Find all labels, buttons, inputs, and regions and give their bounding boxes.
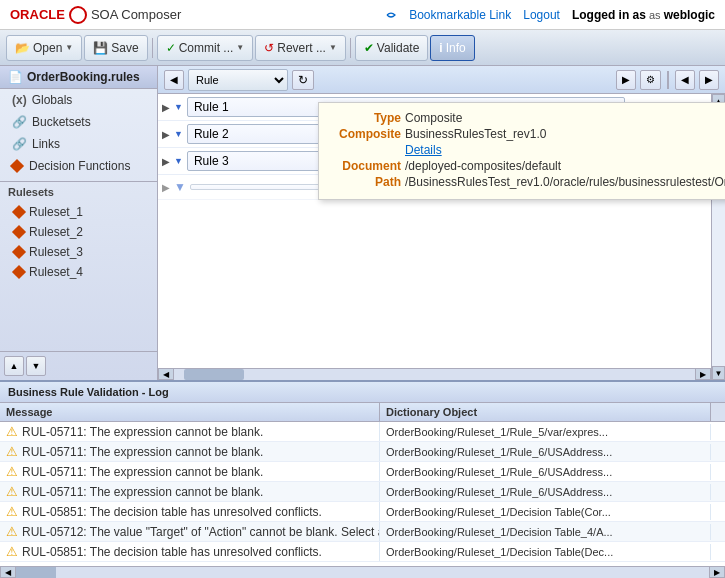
info-type-value: Composite bbox=[405, 111, 462, 125]
rules-nav-left[interactable]: ◀ bbox=[164, 70, 184, 90]
table-cell-message: ⚠ RUL-05712: The value "Target" of "Acti… bbox=[0, 522, 380, 541]
sidebar-ruleset-2[interactable]: Ruleset_2 bbox=[0, 222, 157, 242]
sidebar-filename: OrderBooking.rules bbox=[27, 70, 140, 84]
table-row: ⚠ RUL-05851: The decision table has unre… bbox=[0, 502, 725, 522]
main-outer: 📄 OrderBooking.rules (x) Globals 🔗 Bucke… bbox=[0, 66, 725, 578]
info-document-label: Document bbox=[331, 159, 401, 173]
rule-2-active-icon: ▼ bbox=[174, 129, 183, 139]
oracle-logo: ORACLE bbox=[10, 7, 65, 22]
ruleset-2-icon bbox=[12, 225, 26, 239]
content-area: Type Composite Composite BusinessRulesTe… bbox=[158, 66, 725, 380]
login-status: Logged in as as weblogic bbox=[572, 8, 715, 22]
top-section: 📄 OrderBooking.rules (x) Globals 🔗 Bucke… bbox=[0, 66, 725, 380]
rule-1-expand[interactable]: ▶ bbox=[162, 102, 170, 113]
table-cell-message: ⚠ RUL-05851: The decision table has unre… bbox=[0, 542, 380, 561]
open-label: Open bbox=[33, 41, 62, 55]
rules-nav-right[interactable]: ▶ bbox=[616, 70, 636, 90]
sidebar-nav-down[interactable]: ▼ bbox=[26, 356, 46, 376]
rule-3-expand[interactable]: ▶ bbox=[162, 156, 170, 167]
rule-3-active-icon: ▼ bbox=[174, 156, 183, 166]
table-row: ⚠ RUL-05711: The expression cannot be bl… bbox=[0, 442, 725, 462]
save-label: Save bbox=[111, 41, 138, 55]
warning-icon: ⚠ bbox=[6, 504, 18, 519]
info-document-row: Document /deployed-composites/default bbox=[331, 159, 725, 173]
sidebar-item-decision-functions[interactable]: Decision Functions bbox=[0, 155, 157, 177]
header-right: Bookmarkable Link Logout Logged in as as… bbox=[385, 8, 715, 22]
info-details-link[interactable]: Details bbox=[405, 143, 442, 157]
info-path-value: /BusinessRulesTest_rev1.0/oracle/rules/b… bbox=[405, 175, 725, 189]
warning-icon: ⚠ bbox=[6, 424, 18, 439]
revert-button[interactable]: ↺ Revert ... ▼ bbox=[255, 35, 346, 61]
table-h-scroll-right[interactable]: ▶ bbox=[709, 566, 725, 578]
h-scroll-track[interactable] bbox=[174, 368, 695, 380]
bucketsets-icon: 🔗 bbox=[12, 115, 27, 129]
links-icon: 🔗 bbox=[12, 137, 27, 151]
message-text: RUL-05711: The expression cannot be blan… bbox=[22, 485, 263, 499]
warning-icon: ⚠ bbox=[6, 524, 18, 539]
rule-2-expand[interactable]: ▶ bbox=[162, 129, 170, 140]
bucketsets-label: Bucketsets bbox=[32, 115, 91, 129]
table-h-scroll-left[interactable]: ◀ bbox=[0, 566, 16, 578]
toolbar: 📂 Open ▼ 💾 Save ✓ Commit ... ▼ ↺ Revert … bbox=[0, 30, 725, 66]
info-path-row: Path /BusinessRulesTest_rev1.0/oracle/ru… bbox=[331, 175, 725, 189]
rules-refresh[interactable]: ↻ bbox=[292, 70, 314, 90]
validation-table: Message Dictionary Object ⚠ RUL-05711: T… bbox=[0, 403, 725, 566]
file-icon: 📄 bbox=[8, 70, 23, 84]
table-h-scroll-track[interactable] bbox=[16, 566, 709, 578]
h-scroll-right[interactable]: ▶ bbox=[695, 368, 711, 380]
v-scroll-down[interactable]: ▼ bbox=[712, 366, 725, 380]
message-text: RUL-05711: The expression cannot be blan… bbox=[22, 465, 263, 479]
h-scroll-thumb bbox=[184, 369, 244, 380]
commit-button[interactable]: ✓ Commit ... ▼ bbox=[157, 35, 254, 61]
sidebar-item-links[interactable]: 🔗 Links bbox=[0, 133, 157, 155]
table-row: ⚠ RUL-05712: The value "Target" of "Acti… bbox=[0, 522, 725, 542]
validate-icon: ✔ bbox=[364, 41, 374, 55]
save-button[interactable]: 💾 Save bbox=[84, 35, 147, 61]
message-text: RUL-05712: The value "Target" of "Action… bbox=[22, 525, 380, 539]
sidebar-ruleset-3[interactable]: Ruleset_3 bbox=[0, 242, 157, 262]
validate-button[interactable]: ✔ Validate bbox=[355, 35, 428, 61]
table-cell-message: ⚠ RUL-05711: The expression cannot be bl… bbox=[0, 442, 380, 461]
table-cell-object: OrderBooking/Ruleset_1/Decision Table(De… bbox=[380, 544, 711, 560]
revert-label: Revert ... bbox=[277, 41, 326, 55]
table-cell-object: OrderBooking/Ruleset_1/Decision Table(Co… bbox=[380, 504, 711, 520]
h-scroll-left[interactable]: ◀ bbox=[158, 368, 174, 380]
rule-1-active-icon: ▼ bbox=[174, 102, 183, 112]
open-button[interactable]: 📂 Open ▼ bbox=[6, 35, 82, 61]
table-body: ⚠ RUL-05711: The expression cannot be bl… bbox=[0, 422, 725, 562]
save-icon: 💾 bbox=[93, 41, 108, 55]
ruleset-3-icon bbox=[12, 245, 26, 259]
info-button[interactable]: i Info bbox=[430, 35, 474, 61]
col-message: Message bbox=[0, 403, 380, 421]
rule-partial-expand[interactable]: ▶ bbox=[162, 182, 170, 193]
ruleset-4-label: Ruleset_4 bbox=[29, 265, 83, 279]
table-row: ⚠ RUL-05851: The decision table has unre… bbox=[0, 542, 725, 562]
sidebar-item-globals[interactable]: (x) Globals bbox=[0, 89, 157, 111]
rules-prev-page[interactable]: ◀ bbox=[675, 70, 695, 90]
sidebar-ruleset-4[interactable]: Ruleset_4 bbox=[0, 262, 157, 282]
info-details-label bbox=[331, 143, 401, 157]
logout-link[interactable]: Logout bbox=[523, 8, 560, 22]
info-path-label: Path bbox=[331, 175, 401, 189]
rules-next-page[interactable]: ▶ bbox=[699, 70, 719, 90]
warning-icon: ⚠ bbox=[6, 484, 18, 499]
soa-composer-title: SOA Composer bbox=[91, 7, 181, 22]
decision-functions-label: Decision Functions bbox=[29, 159, 130, 173]
revert-icon: ↺ bbox=[264, 41, 274, 55]
app-logo: ORACLE SOA Composer bbox=[10, 6, 181, 24]
globals-label: Globals bbox=[32, 93, 73, 107]
table-cell-message: ⚠ RUL-05711: The expression cannot be bl… bbox=[0, 422, 380, 441]
rules-view-select[interactable]: Rule Decision Table bbox=[188, 69, 288, 91]
rule-partial-spacer: ▼ bbox=[174, 180, 186, 194]
bookmarkable-link[interactable]: Bookmarkable Link bbox=[409, 8, 511, 22]
table-row: ⚠ RUL-05711: The expression cannot be bl… bbox=[0, 462, 725, 482]
sidebar-item-bucketsets[interactable]: 🔗 Bucketsets bbox=[0, 111, 157, 133]
refresh-icon: ↻ bbox=[298, 73, 308, 87]
sidebar-nav-up[interactable]: ▲ bbox=[4, 356, 24, 376]
globals-icon: (x) bbox=[12, 93, 27, 107]
sidebar-ruleset-1[interactable]: Ruleset_1 bbox=[0, 202, 157, 222]
rules-toolbar: ◀ Rule Decision Table ↻ ▶ ⚙ ◀ ▶ bbox=[158, 66, 725, 94]
decision-functions-icon bbox=[10, 159, 24, 173]
rules-action-1[interactable]: ⚙ bbox=[640, 70, 661, 90]
info-composite-row: Composite BusinessRulesTest_rev1.0 bbox=[331, 127, 725, 141]
